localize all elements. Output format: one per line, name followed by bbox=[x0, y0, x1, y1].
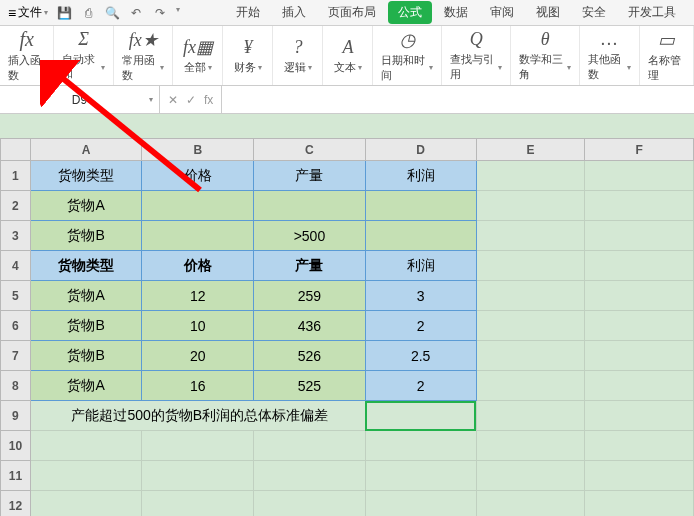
row-header-7[interactable]: 7 bbox=[1, 341, 31, 371]
col-header-C[interactable]: C bbox=[254, 139, 366, 161]
cell-B4[interactable]: 价格 bbox=[142, 251, 254, 281]
cell-C3[interactable]: >500 bbox=[254, 221, 366, 251]
cell-B6[interactable]: 10 bbox=[142, 311, 254, 341]
select-all-corner[interactable] bbox=[1, 139, 31, 161]
row-header-2[interactable]: 2 bbox=[1, 191, 31, 221]
cell-D5[interactable]: 3 bbox=[365, 281, 476, 311]
name-box[interactable]: D9 ▾ bbox=[0, 86, 160, 113]
cell-A9[interactable]: 产能超过500的货物B利润的总体标准偏差 bbox=[30, 401, 365, 431]
col-header-A[interactable]: A bbox=[30, 139, 142, 161]
cell-B3[interactable] bbox=[142, 221, 254, 251]
cell-D12[interactable] bbox=[365, 491, 476, 517]
cell-C8[interactable]: 525 bbox=[254, 371, 366, 401]
cell-A1[interactable]: 货物类型 bbox=[30, 161, 142, 191]
cancel-icon[interactable]: ✕ bbox=[168, 93, 178, 107]
cell-F9[interactable] bbox=[585, 401, 694, 431]
col-header-F[interactable]: F bbox=[585, 139, 694, 161]
col-header-D[interactable]: D bbox=[365, 139, 476, 161]
cell-F12[interactable] bbox=[585, 491, 694, 517]
tab-formula[interactable]: 公式 bbox=[388, 1, 432, 24]
row-header-6[interactable]: 6 bbox=[1, 311, 31, 341]
math-trig-button[interactable]: θ 数学和三角▾ bbox=[511, 26, 580, 85]
cell-E1[interactable] bbox=[476, 161, 585, 191]
cell-D8[interactable]: 2 bbox=[365, 371, 476, 401]
cell-E10[interactable] bbox=[476, 431, 585, 461]
cell-B5[interactable]: 12 bbox=[142, 281, 254, 311]
cell-C7[interactable]: 526 bbox=[254, 341, 366, 371]
cell-E3[interactable] bbox=[476, 221, 585, 251]
qat-more-icon[interactable]: ▾ bbox=[176, 5, 180, 21]
cell-D3[interactable] bbox=[365, 221, 476, 251]
save-icon[interactable]: 💾 bbox=[56, 5, 72, 21]
cell-F1[interactable] bbox=[585, 161, 694, 191]
cell-F11[interactable] bbox=[585, 461, 694, 491]
other-functions-button[interactable]: … 其他函数▾ bbox=[580, 26, 640, 85]
file-menu[interactable]: ≡ 文件 ▾ bbox=[8, 4, 48, 21]
tab-developer[interactable]: 开发工具 bbox=[618, 1, 686, 24]
cell-B7[interactable]: 20 bbox=[142, 341, 254, 371]
cell-C2[interactable] bbox=[254, 191, 366, 221]
tab-view[interactable]: 视图 bbox=[526, 1, 570, 24]
undo-icon[interactable]: ↶ bbox=[128, 5, 144, 21]
tab-pagelayout[interactable]: 页面布局 bbox=[318, 1, 386, 24]
row-header-12[interactable]: 12 bbox=[1, 491, 31, 517]
cell-E4[interactable] bbox=[476, 251, 585, 281]
cell-F7[interactable] bbox=[585, 341, 694, 371]
fx-icon[interactable]: fx bbox=[204, 93, 213, 107]
cell-E5[interactable] bbox=[476, 281, 585, 311]
cell-E8[interactable] bbox=[476, 371, 585, 401]
cell-E6[interactable] bbox=[476, 311, 585, 341]
cell-C12[interactable] bbox=[254, 491, 366, 517]
common-functions-button[interactable]: fx★ 常用函数▾ bbox=[114, 26, 174, 85]
tab-start[interactable]: 开始 bbox=[226, 1, 270, 24]
row-header-11[interactable]: 11 bbox=[1, 461, 31, 491]
cell-A6[interactable]: 货物B bbox=[30, 311, 142, 341]
cell-A2[interactable]: 货物A bbox=[30, 191, 142, 221]
name-manager-button[interactable]: ▭ 名称管理 bbox=[640, 26, 694, 85]
cell-E9[interactable] bbox=[476, 401, 585, 431]
tab-review[interactable]: 审阅 bbox=[480, 1, 524, 24]
cell-C4[interactable]: 产量 bbox=[254, 251, 366, 281]
cell-A5[interactable]: 货物A bbox=[30, 281, 142, 311]
row-header-1[interactable]: 1 bbox=[1, 161, 31, 191]
cell-A3[interactable]: 货物B bbox=[30, 221, 142, 251]
logical-button[interactable]: ? 逻辑▾ bbox=[273, 26, 323, 85]
row-header-9[interactable]: 9 bbox=[1, 401, 31, 431]
cell-A4[interactable]: 货物类型 bbox=[30, 251, 142, 281]
cell-F4[interactable] bbox=[585, 251, 694, 281]
row-header-3[interactable]: 3 bbox=[1, 221, 31, 251]
cell-D9[interactable] bbox=[365, 401, 476, 431]
row-header-5[interactable]: 5 bbox=[1, 281, 31, 311]
cell-F8[interactable] bbox=[585, 371, 694, 401]
cell-A10[interactable] bbox=[30, 431, 142, 461]
preview-icon[interactable]: 🔍 bbox=[104, 5, 120, 21]
cell-F6[interactable] bbox=[585, 311, 694, 341]
tab-insert[interactable]: 插入 bbox=[272, 1, 316, 24]
text-button[interactable]: A 文本▾ bbox=[323, 26, 373, 85]
cell-D7[interactable]: 2.5 bbox=[365, 341, 476, 371]
cell-B12[interactable] bbox=[142, 491, 254, 517]
cell-F10[interactable] bbox=[585, 431, 694, 461]
tab-data[interactable]: 数据 bbox=[434, 1, 478, 24]
cell-A7[interactable]: 货物B bbox=[30, 341, 142, 371]
cell-C6[interactable]: 436 bbox=[254, 311, 366, 341]
insert-function-button[interactable]: fx 插入函数 bbox=[0, 26, 54, 85]
cell-F2[interactable] bbox=[585, 191, 694, 221]
row-header-10[interactable]: 10 bbox=[1, 431, 31, 461]
cell-E11[interactable] bbox=[476, 461, 585, 491]
cell-D11[interactable] bbox=[365, 461, 476, 491]
cell-E7[interactable] bbox=[476, 341, 585, 371]
cell-B11[interactable] bbox=[142, 461, 254, 491]
cell-C5[interactable]: 259 bbox=[254, 281, 366, 311]
row-header-4[interactable]: 4 bbox=[1, 251, 31, 281]
lookup-button[interactable]: Q 查找与引用▾ bbox=[442, 26, 511, 85]
financial-button[interactable]: ¥ 财务▾ bbox=[223, 26, 273, 85]
cell-D10[interactable] bbox=[365, 431, 476, 461]
cell-A12[interactable] bbox=[30, 491, 142, 517]
all-functions-button[interactable]: fx▦ 全部▾ bbox=[173, 26, 223, 85]
cell-B1[interactable]: 价格 bbox=[142, 161, 254, 191]
redo-icon[interactable]: ↷ bbox=[152, 5, 168, 21]
cell-B2[interactable] bbox=[142, 191, 254, 221]
cell-F3[interactable] bbox=[585, 221, 694, 251]
col-header-B[interactable]: B bbox=[142, 139, 254, 161]
